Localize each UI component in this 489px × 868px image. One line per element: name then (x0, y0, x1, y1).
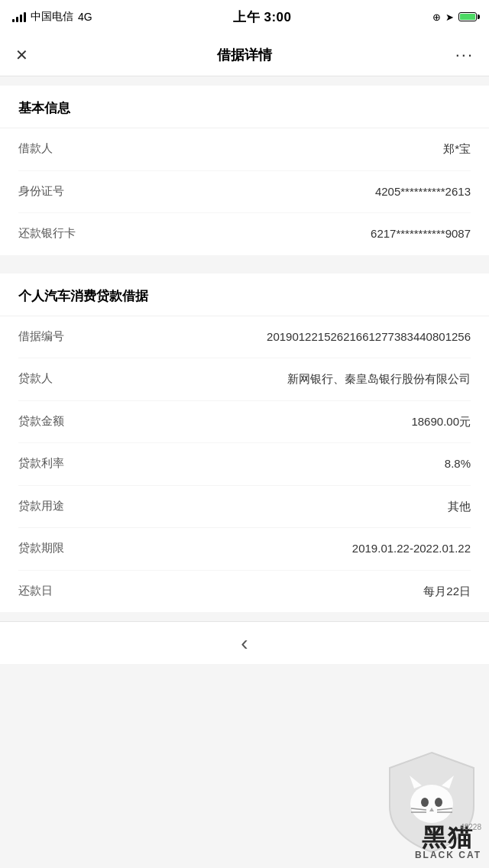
table-row: 身份证号 4205**********2613 (18, 171, 471, 214)
row-label-period: 贷款期限 (18, 540, 64, 555)
table-row: 贷款人 新网银行、秦皇岛银行股份有限公司 (18, 358, 471, 401)
back-button[interactable]: ‹ (241, 631, 248, 656)
watermark-name-en: BLACK CAT (415, 850, 481, 860)
row-value-repay-day: 每月22日 (423, 583, 471, 601)
row-label-loan-no: 借据编号 (18, 329, 64, 344)
row-value-purpose: 其他 (448, 498, 471, 516)
row-value-bankcard: 6217***********9087 (371, 225, 471, 243)
table-row: 贷款用途 其他 (18, 486, 471, 529)
close-button[interactable]: ✕ (15, 46, 46, 64)
time-label: 上午 3:00 (233, 8, 291, 26)
svg-point-0 (410, 785, 453, 823)
table-row: 贷款金额 18690.00元 (18, 401, 471, 444)
row-label-rate: 贷款利率 (18, 455, 64, 471)
row-label-purpose: 贷款用途 (18, 498, 64, 513)
svg-point-3 (421, 798, 429, 807)
basic-info-title: 基本信息 (0, 86, 489, 128)
loan-info-body: 借据编号 20190122152621661277383440801256 贷款… (0, 316, 489, 613)
table-row: 借据编号 20190122152621661277383440801256 (18, 316, 471, 359)
table-row: 还款日 每月22日 (18, 571, 471, 613)
row-label-id: 身份证号 (18, 183, 64, 199)
watermark-overlay: 黑猫 BLACK CAT 48228 (329, 742, 489, 868)
location-icon: ⊕ (432, 11, 441, 23)
row-value-lender: 新网银行、秦皇岛银行股份有限公司 (287, 371, 471, 388)
status-left: 中国电信 4G (12, 10, 92, 24)
row-value-borrower: 郑*宝 (443, 141, 471, 158)
row-label-bankcard: 还款银行卡 (18, 225, 76, 241)
row-label-amount: 贷款金额 (18, 413, 64, 429)
battery-icon (458, 12, 477, 21)
table-row: 贷款期限 2019.01.22-2022.01.22 (18, 528, 471, 571)
table-row: 贷款利率 8.8% (18, 443, 471, 486)
row-value-period: 2019.01.22-2022.01.22 (352, 540, 471, 558)
page-title: 借据详情 (217, 46, 272, 64)
row-value-id: 4205**********2613 (375, 183, 471, 201)
row-label-lender: 贷款人 (18, 371, 53, 386)
more-button[interactable]: ··· (443, 45, 474, 65)
network-label: 4G (78, 11, 92, 23)
carrier-label: 中国电信 (31, 10, 73, 24)
row-value-loan-no: 20190122152621661277383440801256 (267, 329, 471, 346)
gps-icon: ➤ (445, 11, 454, 23)
loan-info-section: 个人汽车消费贷款借据 借据编号 201901221526216612773834… (0, 274, 489, 613)
row-value-rate: 8.8% (445, 455, 471, 473)
bottom-nav: ‹ (0, 621, 489, 664)
status-bar: 中国电信 4G 上午 3:00 ⊕ ➤ (0, 0, 489, 34)
basic-info-body: 借款人 郑*宝 身份证号 4205**********2613 还款银行卡 62… (0, 128, 489, 255)
table-row: 还款银行卡 6217***********9087 (18, 213, 471, 255)
status-right: ⊕ ➤ (432, 11, 477, 23)
table-row: 借款人 郑*宝 (18, 128, 471, 171)
nav-bar: ✕ 借据详情 ··· (0, 34, 489, 76)
watermark-id: 48228 (460, 823, 481, 831)
row-label-repay-day: 还款日 (18, 583, 53, 598)
loan-info-title: 个人汽车消费贷款借据 (0, 274, 489, 316)
svg-point-4 (435, 798, 442, 807)
row-value-amount: 18690.00元 (411, 413, 471, 431)
basic-info-section: 基本信息 借款人 郑*宝 身份证号 4205**********2613 还款银… (0, 86, 489, 255)
row-label-borrower: 借款人 (18, 141, 53, 156)
signal-icon (12, 11, 26, 22)
